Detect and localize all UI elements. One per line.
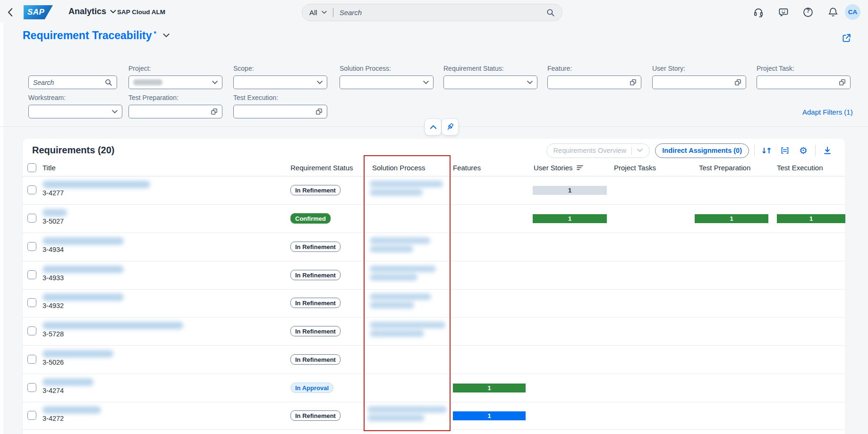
table-row[interactable]: 3-5026 In Refinement xyxy=(23,345,845,374)
sort-lines-icon xyxy=(577,165,583,170)
user-stories-bar[interactable]: 1 xyxy=(533,186,607,195)
table-row[interactable]: 3-5728 In Refinement xyxy=(23,317,845,346)
table-row[interactable]: 3-5027 Confirmed 1 1 1 xyxy=(23,204,845,233)
requirement-id: 3-5026 xyxy=(43,359,64,366)
share-export-icon[interactable] xyxy=(842,33,851,43)
user-stories-bar[interactable]: 1 xyxy=(533,214,607,223)
download-icon[interactable] xyxy=(821,144,834,157)
requirement-id: 3-5027 xyxy=(43,217,64,225)
search-icon[interactable] xyxy=(105,79,112,86)
support-headset-icon[interactable] xyxy=(753,7,764,17)
group-icon[interactable] xyxy=(778,144,791,157)
filter-test-execution-input[interactable] xyxy=(233,105,327,118)
filter-solution-process-select[interactable] xyxy=(340,75,434,89)
value-help-icon[interactable] xyxy=(630,79,637,86)
value-help-icon[interactable] xyxy=(839,79,846,86)
page-title-text: Requirement Traceability xyxy=(23,29,152,42)
column-header-solution-process[interactable]: Solution Process xyxy=(372,159,425,176)
filter-label-test-preparation: Test Preparation: xyxy=(128,94,179,101)
redacted-solution-process xyxy=(370,266,436,281)
toolbar-separator xyxy=(815,145,816,156)
table-row[interactable]: 3-4277 In Refinement 1 xyxy=(23,176,845,205)
filter-label-feature: Feature: xyxy=(547,65,572,72)
features-bar[interactable]: 1 xyxy=(453,411,526,420)
shell-search[interactable]: All Search xyxy=(302,4,562,21)
column-header-user-stories-label: User Stories xyxy=(534,159,573,176)
test-preparation-bar[interactable]: 1 xyxy=(695,214,768,223)
filter-user-story-input[interactable] xyxy=(652,75,746,89)
filter-label-user-story: User Story: xyxy=(652,65,685,72)
avatar[interactable]: CA xyxy=(845,4,860,20)
row-checkbox[interactable] xyxy=(27,242,36,251)
table-title: Requirements (20) xyxy=(32,145,115,156)
status-badge: In Approval xyxy=(290,383,333,393)
table-row[interactable]: 3-4933 In Refinement xyxy=(23,261,845,290)
filter-project-task-input[interactable] xyxy=(757,75,851,89)
requirement-id: 3-5728 xyxy=(43,330,64,338)
notifications-bell-icon[interactable] xyxy=(828,7,838,17)
filter-requirement-status-select[interactable] xyxy=(443,75,537,89)
filter-workstream-select[interactable] xyxy=(28,105,122,118)
search-input[interactable]: Search xyxy=(340,8,546,17)
indirect-assignments-button[interactable]: Indirect Assignments (0) xyxy=(655,143,749,158)
column-header-requirement-status[interactable]: Requirement Status xyxy=(290,159,353,176)
value-help-icon[interactable] xyxy=(211,108,218,115)
column-header-features[interactable]: Features xyxy=(453,159,481,176)
filter-feature-input[interactable] xyxy=(547,75,641,89)
column-header-project-tasks[interactable]: Project Tasks xyxy=(614,159,656,176)
table-row[interactable]: 3-4272 In Refinement 1 xyxy=(23,401,845,430)
adapt-filters-link[interactable]: Adapt Filters (1) xyxy=(802,108,853,116)
back-icon[interactable] xyxy=(6,7,16,17)
chevron-down-icon xyxy=(112,110,118,114)
filter-project-select[interactable] xyxy=(128,75,222,89)
column-header-user-stories[interactable]: User Stories xyxy=(534,159,583,176)
row-checkbox[interactable] xyxy=(27,185,36,194)
column-header-test-preparation[interactable]: Test Preparation xyxy=(699,159,750,176)
requirements-overview-button[interactable]: Requirements Overview xyxy=(546,143,650,158)
filter-search-placeholder: Search xyxy=(33,79,105,86)
column-header-title[interactable]: Title xyxy=(43,159,56,176)
sort-icon[interactable]: ↓↑ xyxy=(760,144,773,157)
row-checkbox[interactable] xyxy=(27,355,36,364)
product-menu[interactable]: Analytics xyxy=(68,7,116,17)
status-badge: In Refinement xyxy=(290,326,340,336)
requirement-id: 3-4274 xyxy=(43,387,64,394)
column-header-test-execution[interactable]: Test Execution xyxy=(777,159,823,176)
requirement-id: 3-4272 xyxy=(43,415,64,422)
redacted-title xyxy=(43,181,150,188)
filter-test-preparation-input[interactable] xyxy=(128,105,222,118)
feedback-chat-icon[interactable] xyxy=(778,7,789,17)
redacted-title xyxy=(43,266,124,273)
filter-label-scope: Scope: xyxy=(233,65,254,72)
redacted-title xyxy=(43,406,101,414)
variant-chevron-icon[interactable] xyxy=(163,33,170,38)
search-icon[interactable] xyxy=(546,8,555,17)
features-bar[interactable]: 1 xyxy=(453,384,526,392)
value-help-icon[interactable] xyxy=(315,108,323,115)
select-all-checkbox[interactable] xyxy=(27,163,36,172)
table-row[interactable]: 3-4932 In Refinement xyxy=(23,289,845,317)
row-checkbox[interactable] xyxy=(27,411,36,420)
requirement-id: 3-4933 xyxy=(43,274,64,282)
row-checkbox[interactable] xyxy=(27,383,36,392)
sap-logo-text: SAP xyxy=(27,8,44,17)
collapse-filterbar-button[interactable] xyxy=(425,118,442,135)
status-badge: In Refinement xyxy=(290,242,340,252)
help-icon[interactable]: ? xyxy=(803,7,813,17)
row-checkbox[interactable] xyxy=(27,298,36,307)
table-row[interactable]: 3-4934 In Refinement xyxy=(23,233,845,261)
redacted-solution-process xyxy=(370,322,445,337)
pin-filterbar-button[interactable] xyxy=(442,118,459,135)
row-checkbox[interactable] xyxy=(27,326,36,335)
test-execution-bar[interactable]: 1 xyxy=(777,214,845,223)
filter-search-input[interactable]: Search xyxy=(28,75,117,89)
value-help-icon[interactable] xyxy=(734,79,741,86)
search-scope-select[interactable]: All xyxy=(309,8,327,17)
row-checkbox[interactable] xyxy=(27,270,36,279)
settings-gear-icon[interactable]: ⚙ xyxy=(797,144,810,157)
requirement-id: 3-4277 xyxy=(43,189,64,197)
row-checkbox[interactable] xyxy=(27,214,36,223)
filter-scope-select[interactable] xyxy=(233,75,327,89)
table-row[interactable]: 3-4274 In Approval 1 xyxy=(23,374,845,402)
requirements-table-card: Requirements (20) Requirements Overview … xyxy=(23,139,845,434)
